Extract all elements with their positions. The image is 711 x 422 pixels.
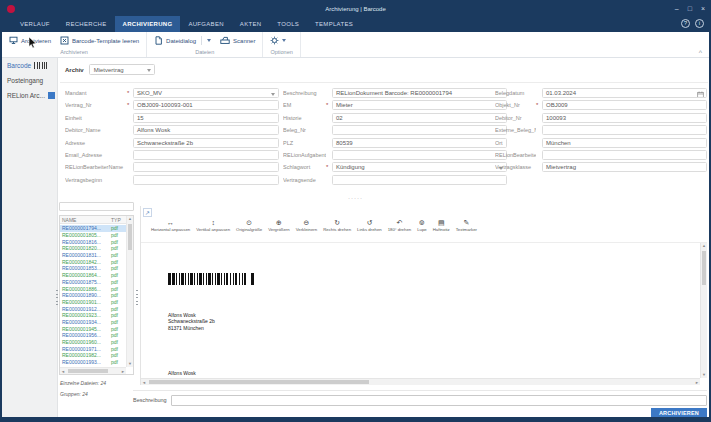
preview-splitter-handle[interactable] [136,290,138,306]
file-list-horizontal-scrollbar[interactable]: ◄ ► [60,367,126,374]
field-input-belegdatum[interactable]: 01.03.2024 [542,88,707,98]
ribbon-tab-archivierung[interactable]: ARCHIVIERUNG [115,16,181,32]
field-input-ort[interactable]: München [542,138,707,148]
file-row[interactable]: RE0000001816...pdf [60,238,126,245]
scroll-right-icon[interactable]: ► [695,379,699,386]
scroll-down-icon[interactable]: ▼ [701,372,707,378]
sidebar-item-posteingang[interactable]: Posteingang [2,73,57,88]
preview-vertical-scrollbar[interactable]: ▲ ▼ [700,243,707,378]
column-header-typ[interactable]: TYP [111,217,126,223]
scrollbar-thumb[interactable] [128,224,132,250]
file-row[interactable]: RE0000001945...pdf [60,325,126,332]
file-row[interactable]: RE0000001960...pdf [60,339,126,346]
scrollbar-thumb[interactable] [702,251,706,285]
field-input-relionbearbeiter[interactable] [542,150,707,160]
toolbar-button-scanner[interactable]: Scanner [220,36,255,45]
preview-tool-lupe[interactable]: ⊚Lupe [417,219,427,232]
minimize-button[interactable]: – [675,2,679,16]
file-row[interactable]: RE0000001901...pdf [60,299,126,306]
scrollbar-thumb[interactable] [68,369,108,373]
field-input-vertragsende[interactable] [332,175,507,185]
file-row[interactable]: RE0000001805...pdf [60,232,126,239]
field-input-debitor-nr[interactable]: 100093 [542,113,707,123]
field-input-adresse[interactable]: Schwaneckstraße 2b [133,138,279,148]
help-icon[interactable]: ? [681,19,690,28]
preview-tool-rechts-drehen[interactable]: ↻Rechts drehen [323,219,351,232]
field-input-schlagwort[interactable]: Kündigung [332,162,507,172]
scroll-down-icon[interactable]: ▼ [127,361,133,367]
close-button[interactable]: × [701,2,705,16]
ribbon-tab-recherche[interactable]: RECHERCHE [58,16,115,32]
ribbon-tab-verlauf[interactable]: VERLAUF [12,16,58,32]
preview-horizontal-scrollbar[interactable]: ◄ ► [141,378,700,385]
scroll-right-icon[interactable]: ► [121,368,125,375]
file-row[interactable]: RE0000001971...pdf [60,345,126,352]
archive-submit-button[interactable]: ARCHIVIEREN [651,408,707,419]
file-row[interactable]: RE0000001923...pdf [60,312,126,319]
maximize-button[interactable]: □ [688,2,692,16]
field-input-debitor-name[interactable]: Alfons Wosk [133,125,279,135]
field-input-externe-beleg-nr[interactable] [542,125,707,135]
preview-tool-textmarker[interactable]: ✎Textmarker [456,219,477,232]
field-input-historie[interactable]: 02 [332,113,507,123]
toolbar-button-gear[interactable] [270,36,286,45]
horizontal-splitter-handle[interactable]: ····· [2,195,709,201]
preview-tool-haftnotiz[interactable]: ▤Haftnotiz [433,219,450,232]
file-row[interactable]: RE0000001794...pdf [60,225,126,232]
preview-tool-verkleinern[interactable]: ⊖Verkleinern [296,219,318,232]
sidebar-item-relion-arc-[interactable]: RELion Arc... [2,88,57,103]
preview-tool-originalgröße[interactable]: ⊙Originalgröße [236,219,262,232]
chevron-down-icon[interactable] [271,93,275,96]
description-input[interactable] [171,395,707,406]
field-input-email-adresse[interactable] [133,150,279,160]
file-row[interactable]: RE0000001864...pdf [60,272,126,279]
file-row[interactable]: RE0000001831...pdf [60,252,126,259]
file-row[interactable]: RE0000001886...pdf [60,285,126,292]
file-row[interactable]: RE0000001912...pdf [60,305,126,312]
file-list-vertical-scrollbar[interactable]: ▲ ▼ [126,216,133,367]
file-row[interactable]: RE0000001853...pdf [60,265,126,272]
preview-tool-vergrößern[interactable]: ⊕Vergrößern [268,219,290,232]
preview-tool-180-drehen[interactable]: ↶180° drehen [388,219,411,232]
preview-tool-horizontal-anpassen[interactable]: ↔Horizontal anpassen [151,219,190,232]
calendar-icon[interactable] [697,91,704,99]
ribbon-tab-akten[interactable]: AKTEN [232,16,270,32]
column-header-name[interactable]: NAME [60,217,111,223]
field-input-relionbearbeitername[interactable] [133,162,279,172]
collapse-ribbon-icon[interactable]: ^ [699,49,702,56]
ribbon-tab-templates[interactable]: TEMPLATES [307,16,361,32]
chevron-down-icon[interactable] [207,39,211,42]
toolbar-button-barcode-template-leeren[interactable]: Barcode-Template leeren [60,36,139,45]
scrollbar-thumb[interactable] [149,380,369,384]
scroll-up-icon[interactable]: ▲ [127,216,133,222]
sidebar-splitter-handle[interactable] [56,290,58,306]
expand-preview-button[interactable]: ↗ [143,208,152,217]
preview-tool-vertikal-anpassen[interactable]: ↕Vertikal anpassen [196,219,230,232]
ribbon-tab-aufgaben[interactable]: AUFGABEN [180,16,231,32]
field-input-beleg-nr[interactable] [332,125,507,135]
file-filter-input[interactable] [59,202,134,211]
field-input-vertragsbeginn[interactable] [133,175,279,185]
scroll-left-icon[interactable]: ◄ [61,368,65,375]
file-row[interactable]: RE0000001890...pdf [60,292,126,299]
field-input-mandant[interactable]: SKO_MV [133,88,279,98]
scroll-up-icon[interactable]: ▲ [701,243,707,249]
archive-select[interactable]: Mietvertrag [89,64,155,75]
file-row[interactable]: RE0000001982...pdf [60,352,126,359]
file-row[interactable]: RE0000001842...pdf [60,258,126,265]
field-input-vertragsklasse[interactable]: Mietvertrag [542,162,707,172]
file-row[interactable]: RE0000001934...pdf [60,319,126,326]
field-input-einheit[interactable]: 15 [133,113,279,123]
scroll-left-icon[interactable]: ◄ [142,379,146,386]
file-row[interactable]: RE0000001875...pdf [60,279,126,286]
field-input-plz[interactable]: 80539 [332,138,507,148]
field-input-relionaufgabentyp[interactable] [332,150,507,160]
file-row[interactable]: RE0000001956...pdf [60,332,126,339]
preview-tool-links-drehen[interactable]: ↺Links drehen [357,219,382,232]
field-input-objekt-nr[interactable]: OBJ009 [542,100,707,110]
field-input-beschreibung[interactable]: RELionDokument Barcode: RE0000001794 [332,88,507,98]
toolbar-button-dateidialog[interactable]: Dateidialog [154,36,211,45]
ribbon-tab-tools[interactable]: TOOLS [269,16,307,32]
field-input-vertrag-nr[interactable]: OBJ009-100093-001 [133,100,279,110]
chevron-down-icon[interactable] [282,39,286,42]
